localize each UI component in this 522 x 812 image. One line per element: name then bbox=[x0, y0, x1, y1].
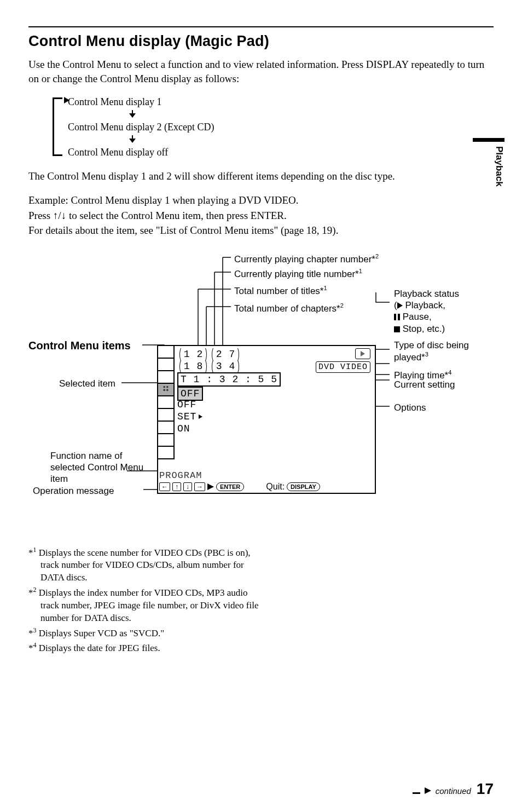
key-right-icon: → bbox=[194, 482, 205, 491]
bracket-icon bbox=[53, 97, 62, 156]
key-up-icon: ↑ bbox=[172, 482, 181, 491]
intro-paragraph: Use the Control Menu to select a functio… bbox=[28, 57, 494, 85]
playback-status-badge bbox=[355, 348, 370, 359]
callout-options: Options bbox=[394, 402, 426, 413]
osd-time: T 1 : 3 2 : 5 5 bbox=[177, 372, 281, 387]
osd-chapter-total: 3 4 bbox=[210, 360, 242, 372]
example-line-2: Press ↑/↓ to select the Control Menu ite… bbox=[28, 209, 494, 223]
callout-disc-type: Type of disc being played*3 bbox=[394, 339, 487, 363]
osd-option: ON bbox=[177, 423, 281, 435]
footnote-2: *2 Displays the index number for VIDEO C… bbox=[28, 585, 264, 624]
callout-total-chapters: Total number of chapters*2 bbox=[234, 302, 344, 314]
osd-icon-cell bbox=[158, 409, 173, 422]
arrow-stem-icon bbox=[413, 792, 420, 794]
footnote-3: *3 Displays Super VCD as "SVCD." bbox=[28, 626, 264, 640]
arrow-right-icon bbox=[64, 97, 69, 103]
callout-total-titles: Total number of titles*1 bbox=[234, 285, 327, 297]
stop-icon bbox=[394, 326, 400, 332]
svg-point-3 bbox=[166, 389, 169, 391]
page-number: 17 bbox=[477, 780, 494, 798]
svg-point-1 bbox=[166, 386, 169, 388]
osd-option: OFF bbox=[177, 399, 281, 411]
play-icon bbox=[361, 351, 365, 356]
page-heading: Control Menu display (Magic Pad) bbox=[28, 33, 494, 50]
osd-icon-cell bbox=[158, 422, 173, 434]
osd-icon-column bbox=[158, 346, 175, 459]
pause-icon bbox=[394, 314, 400, 320]
example-line-3: For details about the item, see "List of… bbox=[28, 223, 494, 238]
osd-operation-bar: ← ↑ ↓ → ENTER Quit: DISPLAY bbox=[159, 482, 320, 492]
control-menu-diagram: Control Menu items Currently playing cha… bbox=[28, 253, 488, 527]
key-down-icon: ↓ bbox=[183, 482, 192, 491]
flow-line-3: Control Menu display off bbox=[68, 146, 494, 159]
example-line-1: Example: Control Menu display 1 when pla… bbox=[28, 193, 494, 208]
continued-label: continued bbox=[436, 786, 471, 796]
play-icon bbox=[397, 302, 403, 309]
footnotes: *1 Displays the scene number for VIDEO C… bbox=[28, 545, 264, 655]
osd-readout: 1 22 7 1 83 4 T 1 : 3 2 : 5 5 OFF OFF SE… bbox=[177, 348, 281, 435]
flow-line-2: Control Menu display 2 (Except CD) bbox=[68, 120, 494, 134]
footnote-4: *4 Displays the date for JPEG files. bbox=[28, 641, 264, 655]
callout-function-name: Function name of selected Control Menu i… bbox=[50, 450, 149, 485]
osd-function-name: PROGRAM bbox=[159, 470, 202, 481]
paragraph-2: The Control Menu display 1 and 2 will sh… bbox=[28, 169, 494, 183]
osd-option: SET bbox=[177, 411, 281, 423]
arrow-right-icon bbox=[207, 483, 214, 490]
callout-operation-message: Operation message bbox=[33, 485, 114, 497]
callout-chapter-number: Currently playing chapter number*2 bbox=[234, 253, 379, 265]
osd-icon-cell-selected bbox=[158, 384, 173, 396]
callout-playback-status: Playback status ( Playback, Pause, Stop,… bbox=[394, 288, 487, 335]
program-icon bbox=[162, 385, 170, 393]
rule-top bbox=[28, 26, 494, 27]
osd-screen: DVD VIDEO 1 22 7 1 83 4 T 1 : 3 2 : 5 5 … bbox=[157, 345, 376, 494]
page-footer: continued 17 bbox=[413, 780, 494, 798]
osd-icon-cell bbox=[158, 359, 173, 371]
key-left-icon: ← bbox=[159, 482, 170, 491]
arrow-right-icon bbox=[425, 787, 431, 794]
osd-icon-cell bbox=[158, 434, 173, 447]
disc-type-badge: DVD VIDEO bbox=[316, 361, 370, 373]
osd-quit-label: Quit: bbox=[266, 482, 285, 492]
flow-sequence: Control Menu display 1 Control Menu disp… bbox=[53, 95, 494, 159]
arrow-right-icon bbox=[199, 414, 202, 419]
arrow-down-icon bbox=[129, 110, 136, 118]
callout-title-number: Currently playing title number*1 bbox=[234, 268, 362, 280]
osd-icon-cell bbox=[158, 346, 173, 359]
key-enter: ENTER bbox=[216, 482, 244, 491]
flow-line-1: Control Menu display 1 bbox=[68, 95, 494, 109]
osd-icon-cell bbox=[158, 447, 173, 459]
svg-point-2 bbox=[163, 389, 165, 391]
osd-chapter-current: 1 8 bbox=[177, 360, 210, 372]
osd-icon-cell bbox=[158, 371, 173, 384]
key-display: DISPLAY bbox=[287, 482, 320, 491]
osd-icon-cell bbox=[158, 396, 173, 409]
footnote-1: *1 Displays the scene number for VIDEO C… bbox=[28, 545, 264, 584]
callout-current-setting: Current setting bbox=[394, 379, 455, 390]
svg-point-0 bbox=[163, 386, 165, 388]
arrow-down-icon bbox=[129, 135, 136, 143]
control-menu-items-label: Control Menu items bbox=[28, 339, 131, 352]
callout-selected-item: Selected item bbox=[59, 378, 115, 389]
